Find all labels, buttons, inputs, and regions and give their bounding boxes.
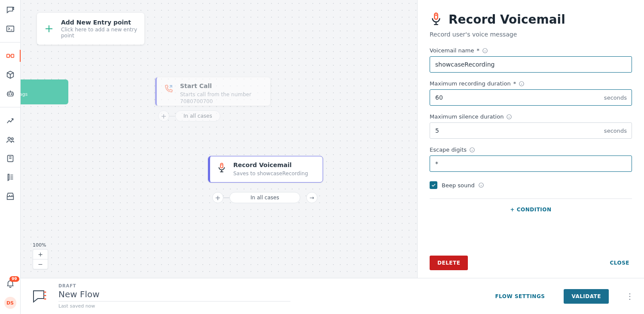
bottom-bar: DRAFT New Flow Last saved now FLOW SETTI…: [21, 278, 644, 314]
svg-point-8: [8, 137, 10, 140]
info-icon[interactable]: [469, 147, 475, 153]
svg-point-7: [11, 94, 12, 95]
flow-chat-icon: [31, 288, 48, 305]
app-sidebar: 99 DS: [0, 0, 21, 314]
flow-settings-button[interactable]: FLOW SETTINGS: [492, 293, 547, 300]
microphone-icon: [216, 162, 227, 174]
add-branch-button[interactable]: +: [158, 110, 169, 122]
close-button[interactable]: CLOSE: [607, 259, 632, 266]
notifications-badge: 99: [9, 276, 19, 282]
max-recording-input[interactable]: [430, 89, 632, 106]
svg-point-16: [435, 14, 437, 16]
record-voicemail-title: Record Voicemail: [233, 162, 315, 168]
svg-rect-2: [6, 26, 14, 32]
record-voicemail-node[interactable]: Record Voicemail Saves to showcaseRecord…: [208, 156, 323, 182]
flow-icon[interactable]: [6, 51, 15, 61]
more-menu-button[interactable]: ⋮: [626, 292, 634, 301]
terminal-icon[interactable]: [6, 24, 15, 34]
start-call-subtitle: Starts call from the number 7080700700: [180, 91, 262, 105]
bot-icon[interactable]: [6, 89, 15, 98]
bookmark-list-icon[interactable]: [6, 173, 15, 182]
svg-point-6: [9, 94, 9, 95]
escape-digits-label: Escape digits: [430, 146, 632, 153]
audience-node[interactable]: nce s and tags: [21, 79, 68, 104]
start-call-node[interactable]: Start Call Starts call from the number 7…: [155, 77, 270, 106]
voicemail-name-input[interactable]: [430, 56, 632, 73]
zoom-level: 100%: [33, 242, 46, 248]
beep-sound-checkbox[interactable]: [430, 181, 437, 189]
flow-name-input[interactable]: New Flow: [58, 289, 290, 302]
svg-rect-3: [6, 54, 9, 57]
info-icon[interactable]: [482, 48, 488, 54]
chat-icon[interactable]: [6, 5, 15, 15]
flow-status: DRAFT: [58, 284, 290, 288]
validate-button[interactable]: VALIDATE: [564, 289, 609, 304]
plus-icon: [44, 24, 54, 34]
svg-point-14: [221, 164, 222, 165]
zoom-out-button[interactable]: −: [33, 259, 48, 269]
flow-canvas[interactable]: Add New Entry point Click here to add a …: [21, 0, 417, 278]
svg-rect-4: [11, 54, 13, 57]
svg-rect-13: [220, 163, 223, 168]
record-voicemail-subtitle: Saves to showcaseRecording: [233, 170, 315, 177]
node-config-panel: Record Voicemail Record user's voice mes…: [417, 0, 644, 278]
escape-digits-input[interactable]: [430, 155, 632, 172]
panel-title: Record Voicemail: [449, 12, 565, 27]
panel-description: Record user's voice message: [430, 31, 632, 38]
phone-icon: [163, 83, 174, 95]
delete-button[interactable]: DELETE: [430, 256, 468, 270]
last-saved-label: Last saved now: [58, 303, 290, 309]
info-icon[interactable]: [519, 81, 525, 87]
svg-rect-15: [434, 13, 437, 19]
next-step-button[interactable]: [306, 192, 317, 203]
max-silence-input[interactable]: [430, 122, 632, 139]
info-icon[interactable]: [506, 114, 512, 120]
zoom-in-button[interactable]: +: [33, 250, 48, 259]
zoom-control: + −: [33, 249, 48, 269]
max-recording-label: Maximum recording duration *: [430, 80, 632, 87]
audience-subtitle: s and tags: [21, 91, 63, 97]
add-entry-title: Add New Entry point: [61, 19, 137, 26]
audience-title: nce: [21, 84, 63, 91]
add-entry-subtitle: Click here to add a new entry point: [61, 27, 137, 39]
add-entry-card[interactable]: Add New Entry point Click here to add a …: [37, 13, 144, 45]
branch-pill[interactable]: In all cases: [229, 192, 300, 203]
voicemail-name-label: Voicemail name *: [430, 47, 632, 54]
svg-point-0: [13, 7, 14, 8]
notifications-button[interactable]: 99: [6, 279, 15, 288]
max-silence-label: Maximum silence duration: [430, 113, 632, 120]
people-icon[interactable]: [6, 135, 15, 144]
analytics-icon[interactable]: [6, 116, 15, 125]
beep-sound-label: Beep sound: [442, 182, 475, 189]
info-icon[interactable]: [478, 182, 484, 188]
start-call-title: Start Call: [180, 82, 262, 89]
package-icon[interactable]: [6, 70, 15, 79]
microphone-icon: [430, 12, 443, 27]
avatar[interactable]: DS: [4, 297, 16, 309]
add-condition-button[interactable]: + CONDITION: [430, 207, 632, 213]
svg-point-1: [13, 9, 14, 9]
store-icon[interactable]: [6, 192, 15, 201]
book-icon[interactable]: [6, 154, 15, 163]
svg-point-9: [11, 138, 13, 140]
branch-pill[interactable]: In all cases: [175, 110, 220, 122]
add-branch-button[interactable]: +: [212, 192, 223, 203]
